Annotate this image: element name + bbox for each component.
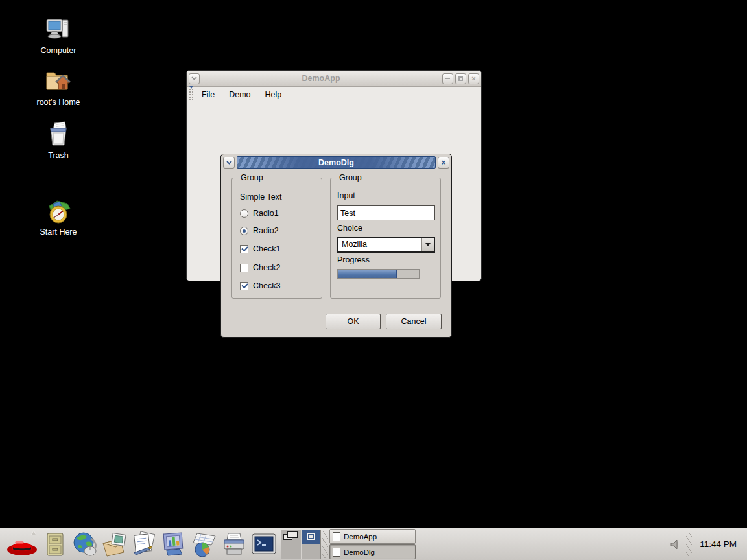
launcher-spreadsheet[interactable] xyxy=(189,530,219,559)
handle-arrow-icon xyxy=(189,86,193,89)
web-browser-icon xyxy=(71,531,99,558)
close-icon: × xyxy=(471,75,475,82)
workspace-2-active[interactable] xyxy=(302,530,321,544)
launcher-presentation[interactable] xyxy=(160,530,189,559)
maximize-icon xyxy=(458,76,463,81)
workspace-switcher[interactable] xyxy=(281,530,321,559)
chevron-down-icon xyxy=(191,76,197,80)
menubar-drag-handle[interactable] xyxy=(189,88,195,101)
redhat-icon xyxy=(5,531,39,557)
radio1-button[interactable] xyxy=(240,209,248,218)
desktop-icon-label: Start Here xyxy=(29,228,88,237)
radio-row[interactable]: Radio1 xyxy=(240,209,279,218)
radio1-label: Radio1 xyxy=(253,209,279,218)
menu-demo[interactable]: Demo xyxy=(222,88,257,102)
main-menu-button[interactable] xyxy=(4,530,40,559)
desktop-icon-label: root's Home xyxy=(29,98,88,107)
printer-icon xyxy=(219,531,249,558)
ok-button[interactable]: OK xyxy=(326,314,381,329)
taskbar: DemoApp DemoDlg 11:44 PM xyxy=(0,528,747,560)
desktop-icon-start-here[interactable]: Start Here xyxy=(29,197,88,237)
radio2-button[interactable] xyxy=(240,227,248,235)
demodlg-body: Group Simple Text Radio1 Radio2 Check1 C… xyxy=(221,154,451,337)
progress-bar xyxy=(337,269,420,279)
close-button[interactable]: × xyxy=(468,73,479,84)
workspace-1[interactable] xyxy=(281,530,301,544)
desktop-icon-trash[interactable]: Trash xyxy=(29,121,88,160)
workspace-window-thumb xyxy=(307,533,315,540)
window-menu-button[interactable] xyxy=(189,73,200,84)
file-cabinet-icon xyxy=(44,531,66,557)
launcher-printer[interactable] xyxy=(219,530,249,559)
system-tray: 11:44 PM xyxy=(669,533,743,556)
launcher-word-processor[interactable] xyxy=(130,530,160,559)
panel-separator xyxy=(322,531,328,558)
desktop-icon-label: Trash xyxy=(29,151,88,160)
window-list-label: DemoApp xyxy=(344,533,377,541)
window-icon xyxy=(333,532,340,541)
simple-text-label: Simple Text xyxy=(240,192,281,202)
check3-label: Check3 xyxy=(253,281,280,290)
email-icon xyxy=(101,531,129,557)
window-list-demodlg[interactable]: DemoDlg xyxy=(329,544,416,559)
spreadsheet-icon xyxy=(189,531,219,558)
desktop-icon-roots-home[interactable]: root's Home xyxy=(29,67,88,107)
launcher-file-manager[interactable] xyxy=(40,530,70,559)
minimize-button[interactable] xyxy=(442,73,453,84)
check2-box[interactable] xyxy=(240,264,248,272)
workspace-window-thumb xyxy=(287,531,298,538)
terminal-icon xyxy=(250,531,278,557)
checkbox-row[interactable]: Check3 xyxy=(240,281,280,290)
check1-box[interactable] xyxy=(240,245,248,253)
combobox-dropdown-button[interactable] xyxy=(421,238,434,251)
home-folder-icon xyxy=(29,67,88,95)
choice-combobox[interactable]: Mozilla xyxy=(337,237,435,253)
launcher-web-browser[interactable] xyxy=(70,530,100,559)
launcher-email[interactable] xyxy=(100,530,130,559)
input-label: Input xyxy=(337,191,355,200)
menu-arrow-icon xyxy=(30,530,37,535)
minimize-icon xyxy=(445,78,450,79)
right-group-legend: Group xyxy=(336,173,365,182)
computer-icon xyxy=(29,16,88,43)
right-groupbox: Group Input Choice Mozilla Progress xyxy=(330,178,441,299)
start-here-icon xyxy=(29,197,88,224)
menu-help[interactable]: Help xyxy=(258,88,289,102)
desktop-icon-computer[interactable]: Computer xyxy=(29,16,88,55)
demoapp-window-title: DemoApp xyxy=(200,74,442,83)
combobox-value: Mozilla xyxy=(338,238,421,251)
speaker-icon[interactable] xyxy=(669,538,682,551)
window-list-demoapp[interactable]: DemoApp xyxy=(329,529,416,544)
check2-label: Check2 xyxy=(253,263,280,272)
arrow-down-icon xyxy=(425,243,431,246)
workspace-3[interactable] xyxy=(281,544,301,559)
demodlg-dialog: DemoDlg × Group Simple Text Radio1 Radio… xyxy=(220,154,452,338)
left-groupbox: Group Simple Text Radio1 Radio2 Check1 C… xyxy=(231,178,322,299)
maximize-button[interactable] xyxy=(455,73,466,84)
check3-box[interactable] xyxy=(240,282,248,290)
checkbox-row[interactable]: Check1 xyxy=(240,244,280,253)
cancel-button[interactable]: Cancel xyxy=(386,314,442,329)
desktop-icon-label: Computer xyxy=(29,46,88,55)
demoapp-menubar: File Demo Help xyxy=(187,87,481,102)
left-group-legend: Group xyxy=(237,173,267,182)
window-list: DemoApp DemoDlg xyxy=(329,529,416,559)
progress-fill xyxy=(338,270,397,278)
clock[interactable]: 11:44 PM xyxy=(696,539,743,549)
trash-icon xyxy=(29,121,88,148)
radio-row[interactable]: Radio2 xyxy=(240,226,279,235)
checkbox-row[interactable]: Check2 xyxy=(240,263,280,272)
check1-label: Check1 xyxy=(253,244,280,253)
choice-label: Choice xyxy=(337,224,362,233)
workspace-4[interactable] xyxy=(302,544,321,559)
word-processor-icon xyxy=(130,531,160,558)
window-icon xyxy=(333,548,340,557)
launcher-terminal[interactable] xyxy=(249,530,279,559)
text-input[interactable] xyxy=(337,205,435,220)
progress-label: Progress xyxy=(337,255,370,264)
demoapp-titlebar[interactable]: DemoApp × xyxy=(187,71,481,87)
radio2-label: Radio2 xyxy=(253,226,279,235)
menu-file[interactable]: File xyxy=(195,88,222,102)
window-list-label: DemoDlg xyxy=(344,548,375,556)
presentation-icon xyxy=(160,531,189,558)
